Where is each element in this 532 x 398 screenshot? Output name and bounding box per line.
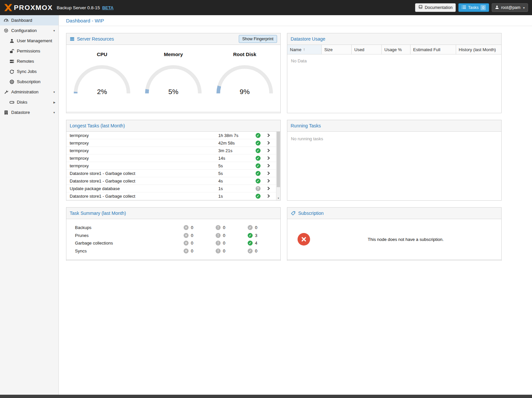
gauge-value: 5%: [142, 88, 205, 96]
sidebar-item-sync-jobs[interactable]: Sync Jobs: [0, 66, 58, 77]
chevron-right-icon[interactable]: [263, 194, 274, 198]
task-row[interactable]: Datastore store1 - Garbage collect 1s ✓: [66, 192, 276, 200]
warning-count: 0: [223, 225, 225, 230]
server-lines-icon: [70, 37, 75, 41]
scrollbar[interactable]: ▼: [276, 132, 280, 200]
datastore-usage-header: Name↑SizeUsedUsage %Estimated FullHistor…: [287, 45, 501, 54]
chevron-right-icon[interactable]: [263, 163, 274, 168]
sidebar-item-label: Subscription: [17, 79, 41, 84]
task-row[interactable]: Update package database 1s ?: [66, 185, 276, 192]
server-resources-panel: Server Resources Show Fingerprint CPU 2%…: [66, 33, 281, 113]
task-row[interactable]: Datastore store1 - Garbage collect 4s ✓: [66, 177, 276, 185]
error-count: 0: [191, 225, 193, 230]
cogs-icon: [3, 28, 9, 33]
chevron-right-icon[interactable]: [263, 156, 274, 160]
sidebar-item-label: Permissions: [17, 49, 40, 53]
gauge-memory: Memory 5%: [140, 51, 207, 112]
sidebar-item-disks[interactable]: Disks ▶: [0, 97, 58, 107]
column-header-used[interactable]: Used: [352, 45, 382, 54]
chevron-down-icon[interactable]: ▼: [53, 29, 55, 32]
error-status-icon: ×: [184, 241, 189, 246]
gauge-value: 9%: [213, 88, 276, 96]
sidebar-item-permissions[interactable]: Permissions: [0, 46, 58, 56]
support-icon: [9, 80, 15, 84]
sidebar-item-datastore[interactable]: Datastore ▼: [0, 107, 58, 117]
datastore-usage-title-bar: Datastore Usage: [287, 33, 501, 45]
column-label: Size: [324, 47, 333, 52]
sidebar-item-subscription[interactable]: Subscription: [0, 77, 58, 87]
user-menu-button[interactable]: root@pam ▾: [492, 3, 528, 12]
scrollbar-thumb[interactable]: [277, 132, 280, 187]
sidebar-item-user-management[interactable]: User Management: [0, 36, 58, 46]
task-name: termproxy: [66, 156, 218, 161]
datastore-usage-body: No Data: [287, 54, 501, 64]
sidebar-item-administration[interactable]: Administration ▼: [0, 87, 58, 97]
scroll-down-button[interactable]: ▼: [276, 196, 280, 200]
task-name: Datastore store1 - Garbage collect: [66, 194, 218, 199]
longest-tasks-list: termproxy 1h 38m 7s ✓ termproxy 42m 58s …: [66, 132, 276, 200]
documentation-button[interactable]: Documentation: [415, 3, 456, 12]
chevron-right-icon[interactable]: [263, 141, 274, 145]
error-status-icon: ×: [184, 233, 189, 238]
task-summary-panel: Task Summary (last Month) Backups × 0 ! …: [66, 207, 281, 261]
show-fingerprint-button[interactable]: Show Fingerprint: [239, 35, 277, 43]
chevron-right-icon[interactable]: [263, 133, 274, 138]
chevron-right-icon[interactable]: [263, 186, 274, 191]
gauge-chart: 5%: [142, 60, 205, 97]
tasks-button[interactable]: Tasks 0: [458, 3, 489, 12]
column-header-estimated-full[interactable]: Estimated Full: [410, 45, 456, 54]
task-row[interactable]: termproxy 14s ✓: [66, 154, 276, 162]
unlock-icon: [9, 49, 15, 53]
column-label: Name: [290, 47, 301, 52]
datastore-usage-panel: Datastore Usage Name↑SizeUsedUsage %Esti…: [287, 33, 502, 113]
task-duration: 1s: [218, 194, 253, 199]
chevron-down-icon[interactable]: ▼: [53, 111, 55, 114]
column-header-size[interactable]: Size: [322, 45, 352, 54]
sidebar-item-remotes[interactable]: Remotes: [0, 56, 58, 66]
column-header-name[interactable]: Name↑: [287, 45, 322, 54]
chevron-down-icon: ▾: [523, 6, 525, 10]
task-duration: 1s: [218, 186, 253, 191]
top-bar: PROXMOX Backup Server 0.8-15 BETA Docume…: [0, 0, 532, 15]
beta-link[interactable]: BETA: [102, 5, 113, 10]
building-icon: [3, 110, 9, 115]
status-ok-icon: ✓: [256, 171, 261, 176]
sidebar-item-configuration[interactable]: Configuration ▼: [0, 25, 58, 36]
column-header-history-last-month[interactable]: History (last Month): [456, 45, 501, 54]
column-label: Estimated Full: [413, 47, 440, 52]
status-unknown-icon: ?: [256, 186, 261, 191]
status-ok-icon: ✓: [256, 148, 261, 153]
longest-tasks-panel: Longest Tasks (last Month) termproxy 1h …: [66, 120, 281, 201]
error-count: 0: [191, 249, 193, 253]
task-row[interactable]: Datastore store1 - Garbage collect 5s ✓: [66, 170, 276, 177]
chevron-right-icon[interactable]: [263, 171, 274, 176]
sidebar-item-label: Disks: [17, 100, 27, 105]
task-row[interactable]: termproxy 5s ✓: [66, 162, 276, 170]
running-tasks-title-bar: Running Tasks: [287, 120, 501, 132]
sidebar-nav: Dashboard Configuration ▼ User Managemen…: [0, 15, 58, 117]
task-row[interactable]: termproxy 3m 21s ✓: [66, 147, 276, 154]
chevron-right-icon[interactable]: ▶: [53, 101, 55, 104]
task-row[interactable]: termproxy 42m 58s ✓: [66, 139, 276, 147]
summary-label: Garbage collections: [66, 241, 184, 246]
summary-label: Syncs: [66, 249, 184, 253]
proxmox-logo: PROXMOX: [4, 3, 53, 12]
column-label: Usage %: [384, 47, 402, 52]
ok-count: 3: [255, 233, 257, 238]
chevron-right-icon[interactable]: [263, 148, 274, 153]
summary-label: Prunes: [66, 233, 184, 238]
column-header-usage[interactable]: Usage %: [382, 45, 410, 54]
warning-count: 0: [223, 249, 225, 253]
chevron-down-icon[interactable]: ▼: [53, 90, 55, 93]
chevron-right-icon[interactable]: [263, 179, 274, 183]
task-duration: 3m 21s: [218, 148, 253, 153]
status-ok-icon: ✓: [256, 179, 261, 183]
proxmox-x-icon: [4, 3, 13, 12]
sidebar-item-dashboard[interactable]: Dashboard: [0, 15, 58, 25]
ticket-icon: [291, 211, 296, 216]
panel-title: Datastore Usage: [291, 36, 325, 42]
tasks-label: Tasks: [468, 5, 479, 10]
task-summary-row-syncs: Syncs × 0 ! 0 ✓ 0: [66, 247, 280, 255]
task-row[interactable]: termproxy 1h 38m 7s ✓: [66, 132, 276, 139]
status-ok-icon: ✓: [256, 133, 261, 138]
